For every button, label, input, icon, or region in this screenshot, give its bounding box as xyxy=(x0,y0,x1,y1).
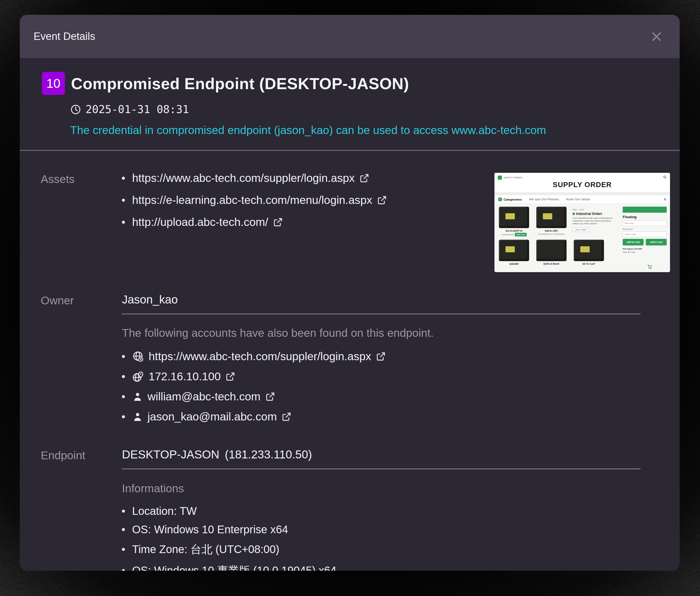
external-link-icon[interactable] xyxy=(359,173,369,183)
thumb-input: Ardn toot xyxy=(623,220,667,226)
info-item: OS: Windows 10 Enterprise x64 xyxy=(122,523,641,536)
severity-badge: 10 xyxy=(42,72,65,95)
asset-item: https://e-learning.abc-tech.com/menu/log… xyxy=(122,194,482,207)
thumb-nav-right: A xyxy=(664,197,666,201)
asset-url[interactable]: http://upload.abc-tech.com/ xyxy=(132,216,268,229)
product-image xyxy=(536,240,567,261)
asset-item: https://www.abc-tech.com/suppler/login.a… xyxy=(122,172,482,184)
add-to-cart-button: Add to Cart xyxy=(623,239,644,245)
thumb-product: Q1b4d0 xyxy=(498,240,530,265)
event-details-dialog: Event Details 10 Compromised Endpoint (D… xyxy=(20,15,680,571)
thumb-nav-main: Categeoners xyxy=(503,198,522,201)
account-ip[interactable]: 172.16.10.100 xyxy=(149,370,221,383)
info-text: Time Zone: 台北 (UTC+08:00) xyxy=(132,542,279,557)
bullet xyxy=(122,177,125,180)
clock-icon xyxy=(70,104,81,115)
add-to-cart-button: Adl to Cart xyxy=(646,239,667,245)
assets-section: Assets https://www.abc-tech.com/suppler/… xyxy=(20,172,680,272)
close-button[interactable] xyxy=(649,29,664,44)
event-description: The credential in compromised endpoint (… xyxy=(70,124,680,137)
user-icon xyxy=(132,412,143,422)
account-item: https://www.abc-tech.com/suppler/login.a… xyxy=(122,350,641,363)
external-link-icon[interactable] xyxy=(225,371,235,382)
thumb-title: SUPPLY ORDER xyxy=(498,180,667,189)
thumb-input: Cato a Cart xyxy=(623,231,667,237)
thumb-nav-item: Ado opas Oon Petaorles xyxy=(529,198,559,201)
check-icon: ✓ xyxy=(498,198,502,201)
product-image xyxy=(499,240,529,261)
account-url[interactable]: https://www.abc-tech.com/suppler/login.a… xyxy=(149,350,371,363)
external-link-icon[interactable] xyxy=(377,195,387,205)
endpoint-ip: (181.233.110.50) xyxy=(225,448,312,461)
globe-pin-icon xyxy=(132,371,144,383)
thumb-product: EZ-FL/NSfTY0 5 potoofasusS4B boot xyxy=(498,207,530,237)
accounts-note: The following accounts have also been fo… xyxy=(122,327,641,340)
thumb-sidebar: Floating Ardn toot And onnor Cato a Cart… xyxy=(623,207,667,265)
thumb-brand: SUPPLY ORDER xyxy=(503,176,522,179)
bullet xyxy=(122,199,125,202)
info-text: Location: TW xyxy=(132,505,197,517)
info-text: OS: Windows 10 Enterprise x64 xyxy=(132,523,288,536)
user-icon xyxy=(132,391,143,402)
bullet xyxy=(122,415,125,418)
thumb-nav-item: Arcker Tom Vandoe xyxy=(566,198,590,201)
owner-section: Owner Jason_kao The following accounts h… xyxy=(20,293,680,430)
event-timestamp-row: 2025-01-31 08:31 xyxy=(70,103,680,116)
asset-item: http://upload.abc-tech.com/ xyxy=(122,216,482,229)
close-icon xyxy=(650,30,663,43)
product-image xyxy=(499,207,529,228)
assets-list: https://www.abc-tech.com/suppler/login.a… xyxy=(122,172,482,229)
external-link-icon[interactable] xyxy=(273,217,283,227)
external-link-icon[interactable] xyxy=(376,351,386,362)
dialog-title: Event Details xyxy=(33,30,95,42)
section-divider xyxy=(20,150,680,151)
owner-label: Owner xyxy=(41,293,122,430)
endpoint-hostname: DESKTOP-JASON xyxy=(122,448,219,461)
account-item: william@abc-tech.com xyxy=(122,390,641,403)
info-item: OS: Windows 10 專業版 (10.0.19045) x64 xyxy=(122,563,641,571)
endpoint-label: Endpoint xyxy=(41,448,122,571)
account-item: jason_kao@mail.abc.com xyxy=(122,410,641,423)
bullet xyxy=(122,395,125,398)
thumb-product: EZ/fo D.ftmrE xyxy=(535,240,568,265)
informations-list: Location: TW OS: Windows 10 Enterprise x… xyxy=(122,505,641,571)
endpoint-section: Endpoint DESKTOP-JASON (181.233.110.50) … xyxy=(20,448,680,571)
asset-url[interactable]: https://e-learning.abc-tech.com/menu/log… xyxy=(132,194,372,207)
event-summary: 10 Compromised Endpoint (DESKTOP-JASON) … xyxy=(42,72,680,137)
account-item: 172.16.10.100 xyxy=(122,370,641,383)
owner-value: Jason_kao xyxy=(122,293,641,315)
thumb-product: EM-fo Cf97 5 posbsctmoo Conttrivction xyxy=(535,207,568,237)
product-image xyxy=(536,207,567,228)
bullet xyxy=(122,375,125,378)
thumb-product: S0 To CarT xyxy=(573,240,605,265)
event-timestamp: 2025-01-31 08:31 xyxy=(85,103,189,116)
thumb-feature: Man - Loos Industrial Orderr Lore bea'de… xyxy=(573,207,614,237)
informations-label: Informations xyxy=(122,482,641,495)
info-item: Time Zone: 台北 (UTC+08:00) xyxy=(122,542,641,557)
asset-url[interactable]: https://www.abc-tech.com/suppler/login.a… xyxy=(132,172,355,184)
account-email[interactable]: jason_kao@mail.abc.com xyxy=(148,410,277,423)
bullet xyxy=(122,221,125,224)
product-image xyxy=(574,240,604,261)
event-title: Compromised Endpoint (DESKTOP-JASON) xyxy=(71,74,409,93)
thumb-banner xyxy=(623,207,667,213)
cart-icon xyxy=(647,264,652,271)
external-link-icon[interactable] xyxy=(265,392,275,402)
supply-order-logo xyxy=(498,176,502,180)
search-icon xyxy=(663,175,667,180)
asset-screenshot-thumbnail[interactable]: SUPPLY ORDER SUPPLY ORDER ✓Categeoners A… xyxy=(495,173,670,272)
bullet xyxy=(122,355,125,358)
dialog-header: Event Details xyxy=(20,15,680,58)
account-email[interactable]: william@abc-tech.com xyxy=(148,390,260,403)
accounts-list: https://www.abc-tech.com/suppler/login.a… xyxy=(122,350,641,423)
info-text: OS: Windows 10 專業版 (10.0.19045) x64 xyxy=(132,563,336,571)
info-item: Location: TW xyxy=(122,505,641,517)
assets-label: Assets xyxy=(41,172,122,186)
endpoint-value: DESKTOP-JASON (181.233.110.50) xyxy=(122,448,641,469)
globe-link-icon xyxy=(132,351,144,363)
external-link-icon[interactable] xyxy=(281,412,292,422)
